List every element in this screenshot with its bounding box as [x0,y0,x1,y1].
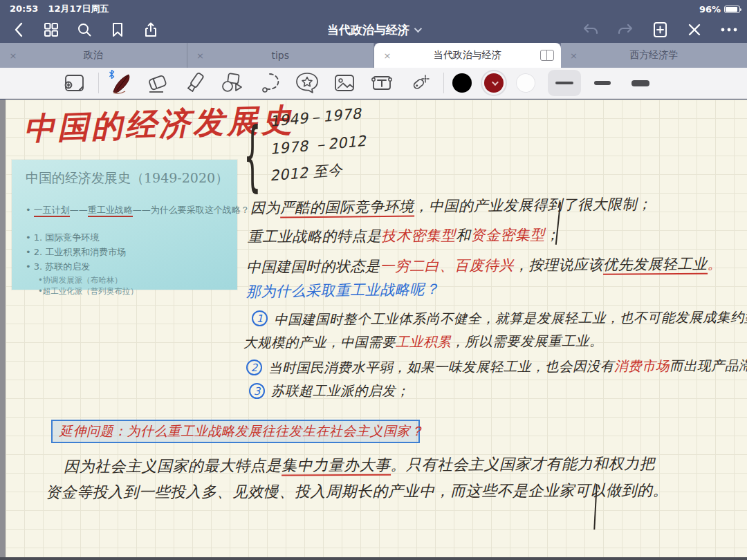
tab-label: 政治 [0,49,187,62]
tab-western-economics[interactable]: × 西方经济学 [561,43,747,68]
slide-bullet: •3. 苏联的启发 [26,261,237,273]
circled-number: 1 [252,310,268,326]
share-icon[interactable] [142,21,159,38]
boxed-question: 延伸问题：为什么重工业战略发展往往发生在社会主义国家？ [59,422,424,440]
handwriting-line: 大规模的产业，中国需要工业积累，所以需要发展重工业。 [243,332,603,353]
laser-pointer-tool-icon[interactable] [406,70,432,96]
image-tool-icon[interactable] [331,70,358,96]
handwriting-line: 重工业战略的特点是技术密集型和资金密集型； [248,225,560,246]
bookmark-icon[interactable] [109,21,126,38]
date: 12月17日周五 [48,3,109,14]
timeline-line: 2012 至今 [269,160,344,185]
redo-icon[interactable] [617,21,634,38]
tab-label: tips [187,50,374,61]
chevron-down-icon [491,79,498,86]
circled-number: 3 [249,383,265,399]
color-swatch-red-selected[interactable] [484,73,504,93]
tab-tips[interactable]: × tips [187,43,375,68]
tab-politics[interactable]: × 政治 [0,43,187,68]
slide-sub-bullet: •超工业化派（普列奥布拉） [38,286,237,297]
bluetooth-icon [109,70,115,79]
more-icon[interactable] [721,21,737,38]
tab-label: 当代政治与经济 [374,49,561,62]
handwriting-line: 因为社会主义国家的最大特点是集中力量办大事。只有社会主义国家才有能力和权力把 [64,454,655,477]
tab-bar: × 政治 × tips × 当代政治与经济 × 西方经济学 [0,43,747,68]
eraser-tool-icon[interactable] [145,70,171,96]
back-button[interactable] [10,21,26,38]
handwriting-line: 因为严酷的国际竞争环境，中国的产业发展得到了很大限制； [250,194,652,218]
text-tool-icon[interactable] [369,70,395,96]
brace-stroke: { [243,111,261,200]
shapes-tool-icon[interactable] [219,70,246,96]
tab-contemporary-politics-economy[interactable]: × 当代政治与经济 [374,43,561,68]
toolbar-separator [98,73,99,93]
thickness-medium[interactable] [587,70,618,96]
note-canvas[interactable]: 中国的经济发展史 { 1949－1978 1978 －2012 2012 至今 … [0,100,747,560]
tab-close-icon[interactable]: × [4,50,22,61]
circled-number: 2 [246,360,262,375]
slide-bullet: •1. 国际竞争环境 [26,232,237,244]
zoom-window-tool-icon[interactable] [61,70,87,96]
handwriting-line: 苏联超工业派的启发； [271,382,409,400]
pen-tool-icon[interactable] [107,70,133,96]
color-swatch-white[interactable] [516,73,535,93]
embedded-slide-image[interactable]: 中国的经济发展史（1949-2020） •一五计划——重工业战略——为什么要采取… [12,160,237,290]
sticker-tool-icon[interactable] [294,70,320,96]
tab-close-icon[interactable]: × [378,50,396,61]
document-title[interactable]: 当代政治与经济 [327,22,420,38]
add-page-icon[interactable] [652,21,668,38]
close-icon[interactable] [686,21,703,38]
clock: 20:53 [10,3,38,14]
handwriting-line: 资金等投入到一些投入多、见效慢、投入周期长的产业中，而这些不是企业家可以做到的。 [46,480,668,503]
handwriting-line: 当时国民消费水平弱，如果一味发展轻工业，也会因没有消费市场而出现产品滞销 [268,356,747,377]
slide-title: 中国的经济发展史（1949-2020） [26,169,237,187]
search-icon[interactable] [76,21,93,38]
handwriting-line: 中国建国时的状态是一穷二白、百废待兴，按理说应该优先发展轻工业。 [246,254,722,277]
lasso-tool-icon[interactable] [257,70,283,96]
battery-percent: 96% [699,4,721,15]
drawing-toolbar [0,68,747,99]
highlight-box: 延伸问题：为什么重工业战略发展往往发生在社会主义国家？ [51,420,420,443]
tab-close-icon[interactable]: × [565,50,583,61]
battery-icon [724,6,740,13]
chevron-down-icon [414,25,422,32]
tab-close-icon[interactable]: × [192,50,210,61]
color-swatch-black[interactable] [452,73,472,93]
slide-bullet: •一五计划——重工业战略——为什么要采取这个战略？ [26,204,237,216]
handwriting-line: 那为什么采取重工业战略呢？ [246,279,440,301]
page-edge [0,557,747,560]
notes-app-window: 20:5312月17日周五 96% 当代政治与经济 [0,0,747,560]
slide-bullet: •2. 工业积累和消费市场 [26,246,237,259]
toolbar-separator [443,73,444,93]
undo-icon[interactable] [582,21,599,38]
thickness-thin[interactable] [548,70,581,96]
nav-bar: 当代政治与经济 [0,17,747,43]
handwriting-line: 中国建国时整个工业体系尚不健全，就算是发展轻工业，也不可能发展成集约型、 [274,308,747,329]
highlighter-tool-icon[interactable] [182,70,208,96]
split-view-icon[interactable] [540,50,554,61]
thickness-thick[interactable] [624,70,657,96]
tab-label: 西方经济学 [561,49,747,62]
status-bar: 20:5312月17日周五 96% [0,0,747,17]
slide-sub-bullet: •协调发展派（布哈林） [38,275,237,286]
thumbnails-icon[interactable] [43,21,59,38]
grid-paper-page[interactable]: 中国的经济发展史 { 1949－1978 1978 －2012 2012 至今 … [6,100,747,557]
